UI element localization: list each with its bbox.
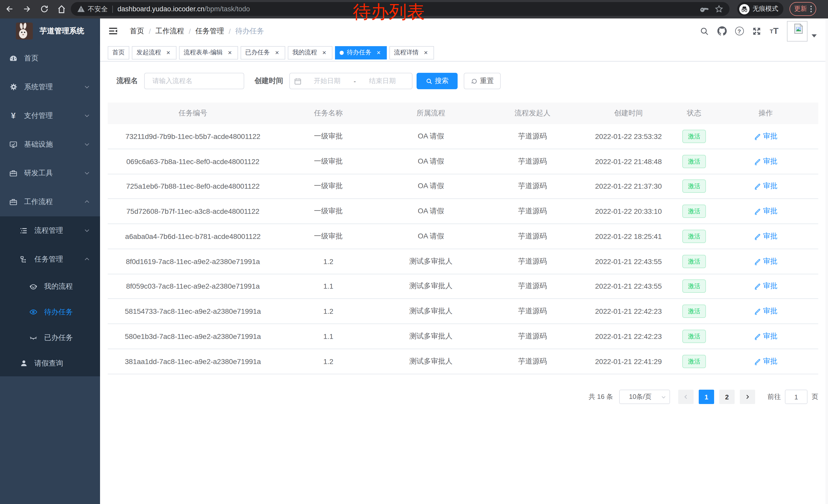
action-cell: 审批	[713, 182, 818, 191]
docs-help-icon[interactable]: ?	[731, 18, 748, 44]
browser-forward-icon[interactable]	[20, 3, 33, 15]
approve-link[interactable]: 审批	[754, 307, 778, 316]
tag-待办任务[interactable]: 待办任务×	[335, 46, 387, 59]
table-header-row: 任务编号任务名称所属流程流程发起人创建时间状态操作	[108, 102, 818, 124]
bookmark-star-icon[interactable]	[715, 5, 723, 13]
approve-link[interactable]: 审批	[754, 182, 778, 191]
kebab-menu-icon	[809, 6, 814, 12]
created-cell: 2022-01-22 23:53:32	[582, 132, 675, 140]
approve-link[interactable]: 审批	[754, 156, 778, 166]
tag-首页[interactable]: 首页	[108, 46, 129, 59]
app-logo[interactable]: 芋道管理系统	[0, 18, 100, 44]
reset-button[interactable]: 重置	[464, 73, 501, 89]
approve-link[interactable]: 审批	[754, 207, 778, 216]
tag-close-icon[interactable]: ×	[274, 49, 281, 56]
gear-icon	[9, 83, 17, 91]
action-cell: 审批	[713, 232, 818, 241]
browser-back-icon[interactable]	[3, 3, 15, 15]
approve-link[interactable]: 审批	[754, 257, 778, 266]
sidebar: 芋道管理系统 首页系统管理¥支付管理基础设施研发工具工作流程流程管理任务管理我的…	[0, 18, 100, 504]
browser-menu-button[interactable]: 更新	[790, 2, 816, 16]
next-page-button[interactable]	[740, 390, 755, 404]
sidebar-item-devtools[interactable]: 研发工具	[0, 159, 100, 187]
tag-label: 发起流程	[136, 48, 161, 57]
github-icon[interactable]	[713, 18, 731, 44]
approve-link[interactable]: 审批	[754, 132, 778, 141]
sidebar-collapse-icon[interactable]	[108, 26, 118, 37]
tag-发起流程[interactable]: 发起流程×	[132, 46, 176, 59]
jump-page-input[interactable]: 1	[785, 390, 808, 404]
avatar[interactable]	[787, 21, 808, 41]
app-window: 芋道管理系统 首页系统管理¥支付管理基础设施研发工具工作流程流程管理任务管理我的…	[0, 18, 828, 504]
approve-link-label: 审批	[763, 156, 778, 166]
breadcrumb-item[interactable]: 首页	[130, 27, 144, 36]
page-scrollbar[interactable]	[825, 18, 828, 504]
sidebar-item-payment[interactable]: ¥支付管理	[0, 101, 100, 130]
tag-我的流程[interactable]: 我的流程×	[288, 46, 332, 59]
created-cell: 2022-01-21 22:42:23	[582, 332, 675, 340]
tag-close-icon[interactable]: ×	[375, 49, 382, 56]
action-cell: 审批	[713, 156, 818, 166]
page-size-select[interactable]: 10条/页	[619, 390, 670, 404]
starter-cell: 芋道源码	[483, 207, 582, 216]
table-row: a6aba0a4-7b6d-11ec-b781-acde48001122一级审批…	[108, 224, 818, 249]
tag-close-icon[interactable]: ×	[321, 49, 328, 56]
status-badge: 激活	[682, 305, 706, 318]
sidebar-item-task-manage[interactable]: 任务管理	[0, 245, 100, 274]
avatar-caret-icon[interactable]	[812, 34, 817, 37]
sidebar-item-system[interactable]: 系统管理	[0, 73, 100, 101]
fullscreen-icon[interactable]	[748, 18, 765, 44]
sidebar-item-label: 首页	[24, 54, 38, 63]
tag-流程详情[interactable]: 流程详情×	[389, 46, 434, 59]
process-cell: OA 请假	[379, 156, 483, 166]
date-range-input[interactable]: 开始日期 - 结束日期	[289, 73, 412, 89]
sidebar-item-process-manage[interactable]: 流程管理	[0, 216, 100, 245]
sidebar-item-infra[interactable]: 基础设施	[0, 130, 100, 159]
chevron-down-icon	[84, 84, 90, 90]
browser-home-icon[interactable]	[55, 3, 68, 15]
tag-close-icon[interactable]: ×	[226, 49, 234, 56]
navbar: 首页/工作流程/任务管理/待办任务 ? TT	[100, 18, 828, 44]
process-name-input[interactable]: 请输入流程名	[144, 73, 244, 89]
dashboard-icon	[9, 54, 17, 62]
font-size-icon[interactable]: TT	[765, 18, 783, 44]
page-button-2[interactable]: 2	[719, 390, 735, 404]
approve-link[interactable]: 审批	[754, 282, 778, 291]
page-number: 2	[725, 393, 729, 401]
sidebar-item-workflow[interactable]: 工作流程	[0, 187, 100, 216]
process-cell: 测试多审批人	[379, 357, 483, 366]
starter-cell: 芋道源码	[483, 282, 582, 291]
tag-close-icon[interactable]: ×	[422, 49, 429, 56]
pagination-total: 共 16 条	[589, 392, 613, 402]
starter-cell: 芋道源码	[483, 307, 582, 316]
breadcrumb-item: 待办任务	[235, 27, 264, 36]
sidebar-item-todo-task[interactable]: 待办任务	[0, 299, 100, 325]
search-button[interactable]: 搜索	[417, 73, 458, 89]
annotation-overlay: 待办列表	[353, 0, 425, 24]
eye-open-icon	[29, 308, 37, 316]
tag-已办任务[interactable]: 已办任务×	[241, 46, 285, 59]
browser-reload-icon[interactable]	[38, 3, 50, 15]
sidebar-item-done-task[interactable]: 已办任务	[0, 325, 100, 351]
approve-link-label: 审批	[763, 207, 778, 216]
tag-close-icon[interactable]: ×	[165, 49, 172, 56]
sidebar-item-home[interactable]: 首页	[0, 44, 100, 73]
approve-link[interactable]: 审批	[754, 357, 778, 366]
approve-link[interactable]: 审批	[754, 232, 778, 241]
password-key-icon[interactable]	[700, 5, 708, 13]
tag-label: 待办任务	[347, 48, 371, 57]
breadcrumb-item[interactable]: 任务管理	[196, 27, 224, 36]
page-button-1[interactable]: 1	[699, 390, 714, 404]
status-cell: 激活	[675, 330, 713, 343]
tag-流程表单-编辑[interactable]: 流程表单-编辑×	[179, 46, 238, 59]
process-cell: 测试多审批人	[379, 282, 483, 291]
prev-page-button[interactable]	[678, 390, 694, 404]
breadcrumb-item[interactable]: 工作流程	[156, 27, 184, 36]
header-search-icon[interactable]	[696, 18, 713, 44]
face-icon	[29, 282, 37, 290]
sidebar-item-my-process[interactable]: 我的流程	[0, 274, 100, 299]
approve-link[interactable]: 审批	[754, 332, 778, 341]
calendar-icon	[294, 77, 302, 85]
chevron-left-icon	[683, 394, 689, 400]
sidebar-item-leave-query[interactable]: 请假查询	[0, 351, 100, 376]
